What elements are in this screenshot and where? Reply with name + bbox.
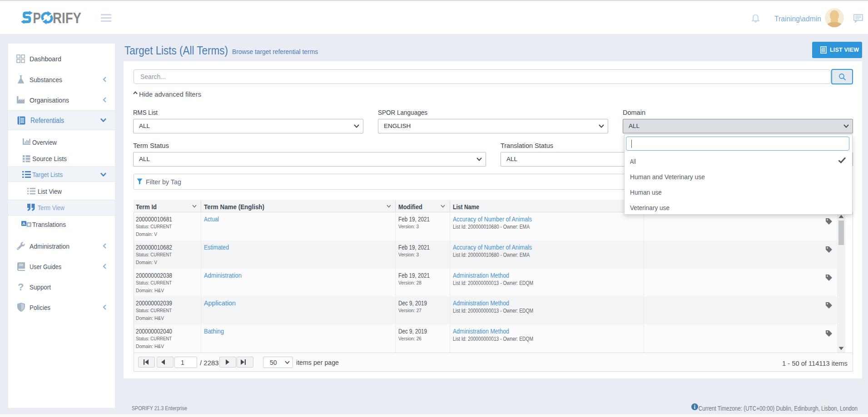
- svg-text:P: P: [33, 10, 41, 25]
- svg-text:RIFY: RIFY: [53, 10, 81, 25]
- svg-text:A: A: [22, 221, 25, 226]
